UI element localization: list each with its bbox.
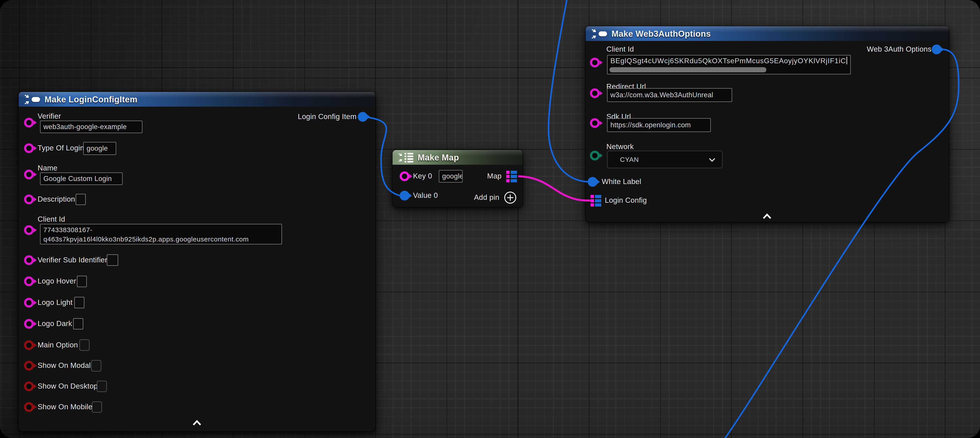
pin-name[interactable] [24,170,34,179]
pin-type-of-login[interactable] [24,143,34,153]
make-struct-icon [592,29,607,39]
pin-logo-hover[interactable] [24,276,34,286]
verifier-sub-identifier-input[interactable] [107,254,118,266]
pin-verifier[interactable] [24,118,34,127]
client-id-input[interactable]: 774338308167- q463s7kpvja16l4l0kko3nb925… [40,224,282,244]
collapse-chevron-icon[interactable] [762,213,772,220]
show-on-mobile-checkbox[interactable] [92,401,102,413]
redirect-url-input[interactable]: w3a://com.w3a.Web3AuthUnreal [607,88,732,102]
verifier-label: Verifier [38,112,61,120]
make-struct-icon [24,95,40,104]
pin-main-option[interactable] [24,340,34,350]
pin-white-label[interactable] [588,177,598,187]
add-pin-label: Add pin [474,193,500,202]
show-on-modal-checkbox[interactable] [91,360,101,371]
pin-verifier-sub-identifier[interactable] [24,255,34,265]
pin-client-id[interactable] [590,57,600,67]
node-header-make-map[interactable]: Make Map [393,150,522,165]
logo-light-label: Logo Light [38,298,73,307]
logo-hover-input[interactable] [77,276,87,287]
main-option-label: Main Option [38,341,78,349]
make-map-icon [398,153,413,162]
pin-login-config-item-output[interactable] [358,112,368,122]
main-option-checkbox[interactable] [80,339,89,351]
value-0-label: Value 0 [413,191,438,200]
node-header-make-web3authoptions[interactable]: Make Web3AuthOptions [586,26,949,41]
web3auth-options-output-label: Web 3Auth Options [867,45,931,53]
pin-redirect-url[interactable] [590,88,600,98]
node-make-map[interactable]: Make Map Key 0 google Map Value 0 Add pi… [393,150,522,207]
logo-dark-input[interactable] [73,318,83,330]
wire-map-to-loginconfig [519,176,590,201]
key-0-label: Key 0 [413,172,432,180]
logo-dark-label: Logo Dark [38,319,72,328]
show-on-modal-label: Show On Modal [38,361,91,370]
pin-login-config[interactable] [590,195,601,207]
pin-description[interactable] [24,194,34,204]
network-label: Network [606,142,634,151]
client-id-label: Client Id [38,215,65,223]
collapse-chevron-icon[interactable] [192,420,202,427]
show-on-desktop-checkbox[interactable] [97,381,107,392]
key-0-input[interactable]: google [439,170,463,183]
map-output-label: Map [487,172,501,180]
pin-value-0[interactable] [400,191,409,201]
name-label: Name [38,164,57,172]
pin-web3auth-options-output[interactable] [932,45,942,54]
pin-show-on-mobile[interactable] [24,402,34,412]
white-label-label: White Label [602,177,641,186]
node-title: Make LoginConfigItem [45,95,137,104]
description-input[interactable] [76,194,86,205]
network-dropdown-value: CYAN [620,156,639,163]
description-label: Description [38,195,75,204]
pin-logo-light[interactable] [24,298,34,307]
pin-network[interactable] [590,151,600,161]
pin-logo-dark[interactable] [24,319,34,329]
sdk-url-input[interactable]: https://sdk.openlogin.com [607,118,711,132]
pin-key-0[interactable] [400,171,409,181]
verifier-input[interactable]: web3auth-google-example [40,121,142,133]
show-on-desktop-label: Show On Desktop [38,382,98,390]
node-title: Make Web3AuthOptions [611,29,711,39]
pin-client-id[interactable] [24,225,34,235]
blueprint-graph-canvas[interactable]: Make LoginConfigItem Verifier web3auth-g… [0,0,980,438]
login-config-item-output-label: Login Config Item [298,112,356,121]
node-title: Make Map [418,153,459,162]
verifier-sub-identifier-label: Verifier Sub Identifier [38,256,107,264]
horizontal-scrollbar-thumb[interactable] [609,67,766,72]
name-input[interactable]: Google Custom Login [40,172,123,185]
client-id-input[interactable]: BEglQSgt4cUWcj6SKRdu5QkOXTsePmMcusG5EAoy… [607,55,851,74]
client-id-label: Client Id [606,45,634,53]
show-on-mobile-label: Show On Mobile [38,403,92,411]
wire-top-to-whitelabel [549,0,589,182]
node-make-loginconfigitem[interactable]: Make LoginConfigItem Verifier web3auth-g… [19,92,375,431]
dropdown-chevron-icon [709,156,716,163]
pin-show-on-modal[interactable] [24,361,34,371]
login-config-label: Login Config [605,196,647,204]
logo-hover-label: Logo Hover [38,277,76,285]
text-caret [846,57,847,64]
network-dropdown[interactable]: CYAN [607,151,722,168]
node-header-make-loginconfigitem[interactable]: Make LoginConfigItem [19,92,375,107]
pin-map-output[interactable] [506,171,517,182]
add-pin-icon[interactable] [504,192,516,204]
type-of-login-input[interactable]: google [83,142,116,155]
logo-light-input[interactable] [74,297,84,308]
node-make-web3authoptions[interactable]: Make Web3AuthOptions Client Id BEglQSgt4… [586,26,949,222]
pin-show-on-desktop[interactable] [24,381,34,391]
type-of-login-label: Type Of Login [38,144,84,152]
pin-sdk-url[interactable] [590,118,600,128]
